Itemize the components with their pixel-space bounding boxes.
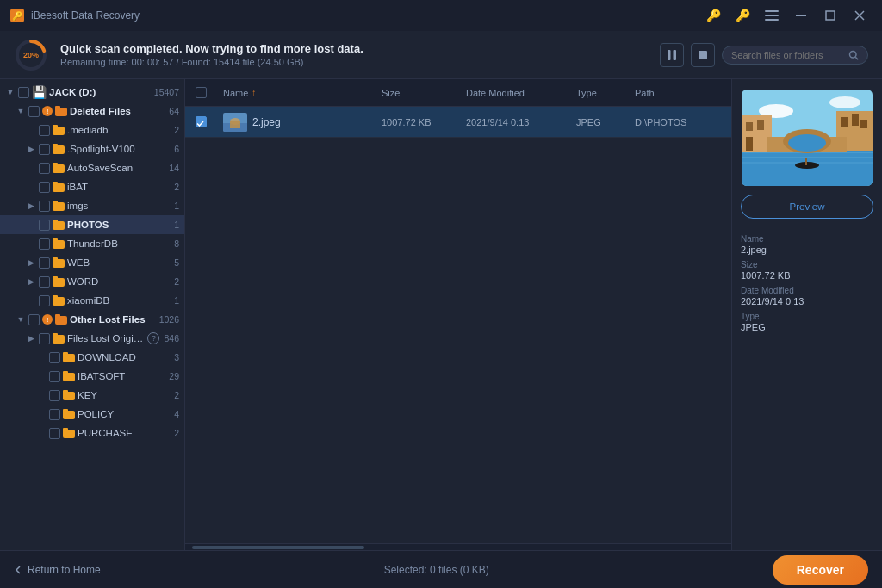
download-checkbox[interactable] (49, 352, 60, 363)
sidebar-item-photos[interactable]: PHOTOS 1 (0, 215, 184, 234)
ibat-count: 2 (174, 182, 179, 192)
policy-checkbox[interactable] (49, 409, 60, 420)
sidebar-item-ibatsoft[interactable]: IBATSOFT 29 (0, 367, 184, 386)
scan-title: Quick scan completed. Now trying to find… (60, 42, 648, 55)
minimize-button[interactable] (789, 3, 813, 28)
sidebar-item-purchase[interactable]: PURCHASE 2 (0, 424, 184, 443)
deleted-checkbox[interactable] (28, 106, 40, 117)
select-all-checkbox[interactable] (196, 87, 207, 98)
file-rows: 2.jpeg 1007.72 KB 2021/9/14 0:13 JPEG D:… (185, 107, 731, 543)
download-count: 3 (174, 352, 179, 362)
folder-icon (55, 106, 67, 116)
svg-rect-23 (742, 157, 873, 158)
file-thumbnail (223, 113, 247, 132)
folder-icon (53, 201, 65, 211)
title-bar: 🔑 iBeesoft Data Recovery 🔑 🔑 (0, 0, 882, 31)
purchase-checkbox[interactable] (49, 428, 60, 439)
folder-icon (53, 333, 65, 344)
sidebar-item-ibat[interactable]: iBAT 2 (0, 177, 184, 196)
web-checkbox[interactable] (39, 257, 50, 269)
sidebar-item-thunderdb[interactable]: ThunderDB 8 (0, 234, 184, 253)
title-bar-controls: 🔑 🔑 (701, 3, 872, 28)
folder-icon (53, 238, 65, 249)
detail-size-row: Size 1007.72 KB (741, 260, 873, 281)
sidebar-item-xiaomidb[interactable]: xiaomiDB 1 (0, 291, 184, 310)
sidebar-item-policy[interactable]: POLICY 4 (0, 405, 184, 424)
folder-icon (53, 276, 65, 287)
svg-rect-2 (765, 19, 779, 21)
maximize-button[interactable] (818, 3, 842, 28)
thunderdb-checkbox[interactable] (39, 238, 50, 250)
mediadb-checkbox[interactable] (39, 125, 50, 136)
autosave-checkbox[interactable] (39, 163, 50, 174)
other-checkbox[interactable] (28, 314, 40, 325)
recover-label: Recover (797, 563, 844, 577)
ibat-checkbox[interactable] (39, 182, 50, 193)
svg-rect-27 (757, 120, 764, 130)
pause-button[interactable] (660, 43, 684, 67)
deleted-badge-icon: ! (42, 106, 53, 116)
scan-progress-ring: 20% (14, 38, 48, 72)
svg-rect-9 (668, 50, 671, 60)
svg-point-20 (829, 96, 860, 108)
sidebar-item-imgs[interactable]: ▶ imgs 1 (0, 196, 184, 215)
word-checkbox[interactable] (39, 276, 50, 288)
lost-origin-checkbox[interactable] (39, 333, 50, 344)
folder-icon (63, 371, 75, 381)
detail-name-row: Name 2.jpeg (741, 234, 873, 255)
col-name-header: Name (223, 88, 248, 98)
key-checkbox[interactable] (49, 390, 60, 401)
thunderdb-count: 8 (174, 238, 179, 249)
settings-icon[interactable]: 🔑 (730, 3, 755, 28)
folder-icon (53, 125, 65, 135)
close-button[interactable] (848, 3, 872, 28)
sidebar-item-other-lost-files[interactable]: ▼ ! Other Lost Files 1026 (0, 310, 184, 329)
question-icon: ? (147, 332, 159, 344)
sidebar-item-deleted-files[interactable]: ▼ ! Deleted Files 64 (0, 102, 184, 121)
imgs-checkbox[interactable] (39, 201, 50, 212)
sidebar-item-drive[interactable]: ▼ 💾 JACK (D:) 15407 (0, 83, 184, 102)
key-icon[interactable]: 🔑 (701, 3, 725, 28)
selected-info: Selected: 0 files (0 KB) (384, 564, 489, 576)
folder-icon (63, 390, 75, 400)
sidebar-item-download[interactable]: DOWNLOAD 3 (0, 348, 184, 367)
xiaomidb-checkbox[interactable] (39, 295, 50, 306)
sidebar-item-lost-origin[interactable]: ▶ Files Lost Origin... ? 846 (0, 329, 184, 348)
sidebar-item-word[interactable]: ▶ WORD 2 (0, 272, 184, 291)
preview-button[interactable]: Preview (741, 195, 873, 219)
detail-type-value: JPEG (741, 322, 873, 332)
spacer (26, 238, 36, 249)
sidebar-item-mediadb[interactable]: .mediadb 2 (0, 121, 184, 139)
svg-rect-32 (860, 120, 867, 128)
spacer (36, 428, 47, 438)
download-label: DOWNLOAD (78, 352, 170, 362)
spacer (36, 409, 47, 419)
key-count: 2 (174, 390, 179, 400)
svg-point-12 (850, 51, 857, 58)
menu-icon[interactable] (760, 3, 784, 28)
photos-count: 1 (174, 220, 179, 230)
folder-icon (63, 428, 75, 438)
sidebar-item-key[interactable]: KEY 2 (0, 386, 184, 405)
photos-checkbox[interactable] (39, 220, 50, 231)
detail-name-value: 2.jpeg (741, 244, 873, 255)
horizontal-scrollbar[interactable] (185, 543, 731, 550)
sidebar-item-autosavescan[interactable]: AutoSaveScan 14 (0, 158, 184, 177)
recover-button[interactable]: Recover (773, 555, 868, 585)
row-checkbox[interactable] (196, 116, 207, 127)
back-to-home-button[interactable]: Return to Home (14, 564, 101, 576)
spotlight-checkbox[interactable] (39, 144, 50, 155)
drive-checkbox[interactable] (18, 87, 29, 98)
ibatsoft-count: 29 (169, 371, 179, 381)
xiaomidb-label: xiaomiDB (67, 295, 170, 306)
table-row[interactable]: 2.jpeg 1007.72 KB 2021/9/14 0:13 JPEG D:… (185, 107, 731, 138)
autosave-label: AutoSaveScan (67, 163, 165, 173)
stop-button[interactable] (691, 43, 715, 67)
sidebar-item-web[interactable]: ▶ WEB 5 (0, 253, 184, 272)
col-date-header: Date Modified (466, 88, 525, 98)
search-input[interactable] (731, 50, 843, 60)
sidebar-item-spotlight[interactable]: ▶ .Spotlight-V100 6 (0, 139, 184, 158)
ibatsoft-checkbox[interactable] (49, 371, 60, 382)
xiaomidb-count: 1 (174, 295, 179, 306)
svg-rect-28 (746, 137, 753, 151)
